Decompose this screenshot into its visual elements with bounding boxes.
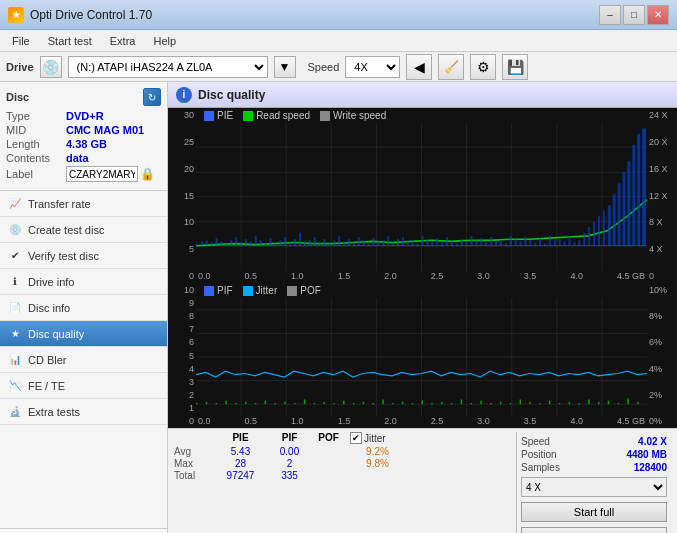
start-full-button[interactable]: Start full <box>521 502 667 522</box>
x-label-45: 4.5 GB <box>617 271 647 281</box>
svg-rect-45 <box>343 241 345 245</box>
svg-rect-21 <box>225 244 227 246</box>
samples-stat-label: Samples <box>521 462 560 473</box>
minimize-button[interactable]: – <box>599 5 621 25</box>
y-label-0: 0 <box>170 271 194 281</box>
svg-rect-142 <box>382 399 383 404</box>
x-label-30: 3.0 <box>477 271 490 281</box>
drive-label: Drive <box>6 61 34 73</box>
svg-rect-101 <box>618 183 621 245</box>
disc-refresh-button[interactable]: ↻ <box>143 88 161 106</box>
svg-rect-84 <box>534 242 536 245</box>
x-label-10: 1.0 <box>291 271 304 281</box>
pif-legend-label: PIF <box>217 285 233 296</box>
x-label-0: 0.0 <box>196 271 211 281</box>
speed-stat-value: 4.02 X <box>638 436 667 447</box>
svg-rect-18 <box>211 242 213 245</box>
svg-rect-61 <box>422 236 424 246</box>
svg-rect-71 <box>471 236 473 246</box>
status-window-button[interactable]: Status window >> <box>0 528 167 533</box>
toolbar-erase-button[interactable]: 🧹 <box>438 54 464 80</box>
lower-x-label-05: 0.5 <box>245 416 258 426</box>
x-label-15: 1.5 <box>338 271 351 281</box>
speed-select[interactable]: 4X8X16XMax <box>345 56 400 78</box>
svg-rect-168 <box>637 402 638 404</box>
svg-rect-54 <box>387 236 389 246</box>
y-label-5: 5 <box>170 244 194 254</box>
svg-rect-135 <box>314 403 315 404</box>
disc-type-label: Type <box>6 110 66 122</box>
svg-rect-31 <box>274 244 276 246</box>
toolbar-back-button[interactable]: ◀ <box>406 54 432 80</box>
nav-disc-quality[interactable]: ★ Disc quality <box>0 321 167 347</box>
svg-rect-152 <box>480 401 481 405</box>
x-label-25: 2.5 <box>431 271 444 281</box>
position-stat-value: 4480 MB <box>626 449 667 460</box>
svg-rect-125 <box>216 403 217 404</box>
svg-rect-43 <box>333 240 335 245</box>
pof-legend-color <box>287 286 297 296</box>
menu-help[interactable]: Help <box>145 33 184 49</box>
max-label: Max <box>174 458 209 469</box>
close-button[interactable]: ✕ <box>647 5 669 25</box>
menu-file[interactable]: File <box>4 33 38 49</box>
drive-refresh-button[interactable]: ▼ <box>274 56 296 78</box>
svg-rect-48 <box>358 237 360 246</box>
svg-rect-162 <box>578 403 579 404</box>
svg-rect-97 <box>598 216 600 246</box>
svg-rect-134 <box>304 399 305 404</box>
nav-fe-te[interactable]: 📉 FE / TE <box>0 373 167 399</box>
svg-rect-76 <box>495 241 497 245</box>
toolbar-save-button[interactable]: 💾 <box>502 54 528 80</box>
svg-rect-158 <box>539 403 540 404</box>
svg-rect-41 <box>323 239 325 246</box>
lower-x-label-15: 1.5 <box>338 416 351 426</box>
svg-rect-52 <box>377 241 379 245</box>
svg-rect-89 <box>559 239 561 246</box>
disc-contents-label: Contents <box>6 152 66 164</box>
toolbar-settings-button[interactable]: ⚙ <box>470 54 496 80</box>
stats-bottom: PIE PIF POF ✔ Jitter Avg 5.43 0.00 <box>168 428 677 533</box>
svg-rect-95 <box>588 227 590 246</box>
disc-label-input[interactable] <box>66 166 138 182</box>
nav-verify-test-disc[interactable]: ✔ Verify test disc <box>0 243 167 269</box>
menu-start-test[interactable]: Start test <box>40 33 100 49</box>
max-pif: 2 <box>272 458 307 469</box>
start-part-button[interactable]: Start part <box>521 527 667 533</box>
menu-bar: File Start test Extra Help <box>0 30 677 52</box>
svg-rect-157 <box>529 402 530 404</box>
jitter-checkbox[interactable]: ✔ <box>350 432 362 444</box>
svg-rect-57 <box>402 237 404 246</box>
left-panel: Disc ↻ Type DVD+R MID CMC MAG M01 Length… <box>0 82 168 533</box>
nav-transfer-rate[interactable]: 📈 Transfer rate <box>0 191 167 217</box>
jitter-checkbox-label: Jitter <box>364 433 386 444</box>
svg-rect-77 <box>500 240 502 245</box>
menu-extra[interactable]: Extra <box>102 33 144 49</box>
svg-rect-88 <box>554 240 556 245</box>
nav-cd-bler-label: CD Bler <box>28 354 67 366</box>
maximize-button[interactable]: □ <box>623 5 645 25</box>
svg-rect-124 <box>206 402 207 404</box>
position-stat-label: Position <box>521 449 557 460</box>
disc-label-icon-button[interactable]: 🔒 <box>138 166 156 182</box>
svg-rect-163 <box>588 399 589 404</box>
max-jitter: 9.8% <box>350 458 405 469</box>
upper-y-axis-left: 0 5 10 15 20 25 30 <box>168 108 196 283</box>
svg-rect-100 <box>613 194 616 246</box>
x-label-40: 4.0 <box>570 271 583 281</box>
lower-x-label-20: 2.0 <box>384 416 397 426</box>
nav-drive-info[interactable]: ℹ Drive info <box>0 269 167 295</box>
nav-extra-tests[interactable]: 🔬 Extra tests <box>0 399 167 425</box>
right-stats-panel: Speed 4.02 X Position 4480 MB Samples 12… <box>516 432 671 533</box>
right-panel: i Disc quality 0 5 10 15 20 25 30 <box>168 82 677 533</box>
start-speed-select[interactable]: 4 X8XMax <box>521 477 667 497</box>
svg-rect-102 <box>622 172 625 245</box>
svg-rect-93 <box>578 240 580 245</box>
nav-cd-bler[interactable]: 📊 CD Bler <box>0 347 167 373</box>
lower-x-label-25: 2.5 <box>431 416 444 426</box>
drive-select[interactable]: (N:) ATAPI iHAS224 A ZL0A <box>68 56 268 78</box>
nav-disc-info[interactable]: 📄 Disc info <box>0 295 167 321</box>
nav-create-test-disc[interactable]: 💿 Create test disc <box>0 217 167 243</box>
samples-stat-value: 128400 <box>634 462 667 473</box>
read-speed-legend-label: Read speed <box>256 110 310 121</box>
